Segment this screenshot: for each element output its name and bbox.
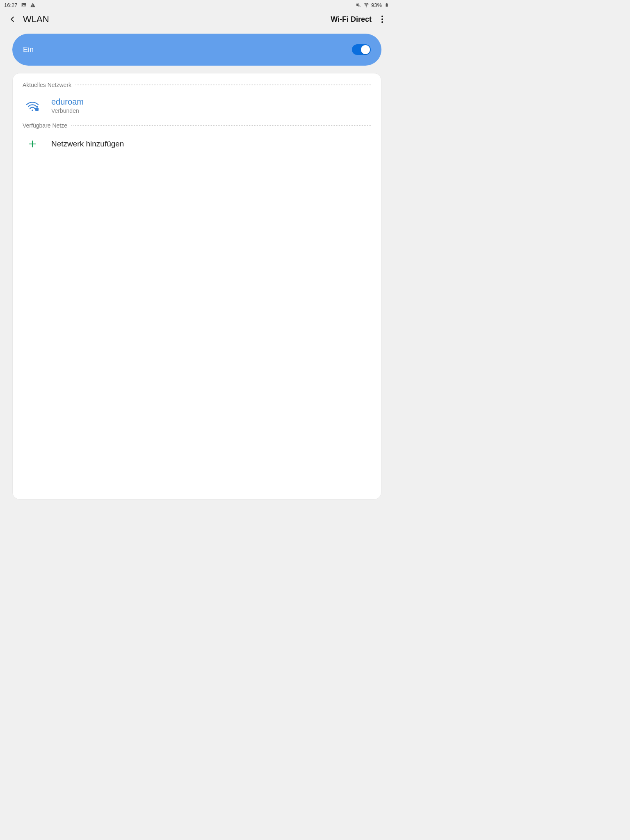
- more-menu-button[interactable]: [378, 15, 386, 23]
- add-network-row[interactable]: Netzwerk hinzufügen: [13, 134, 381, 154]
- svg-rect-7: [386, 3, 388, 4]
- mute-icon: [356, 2, 361, 8]
- network-name: eduroam: [51, 97, 84, 107]
- current-network-row[interactable]: eduroam Verbunden: [13, 93, 381, 121]
- svg-point-5: [366, 7, 366, 7]
- current-network-section-header: Aktuelles Netzwerk: [13, 82, 381, 88]
- status-time: 16:27: [4, 2, 18, 8]
- wifi-toggle-switch[interactable]: [352, 44, 371, 55]
- back-button[interactable]: [7, 14, 17, 24]
- svg-rect-2: [32, 4, 33, 5]
- svg-rect-3: [32, 6, 33, 6]
- image-icon: [21, 2, 27, 8]
- warning-icon: [30, 2, 36, 8]
- network-status: Verbunden: [51, 107, 84, 114]
- wifi-toggle-card[interactable]: Ein: [12, 34, 381, 66]
- networks-card: Aktuelles Netzwerk eduroam Verbunden Ver…: [12, 73, 381, 500]
- page-title: WLAN: [23, 14, 331, 25]
- svg-rect-9: [35, 108, 39, 111]
- add-network-label: Netzwerk hinzufügen: [42, 139, 124, 148]
- toggle-label: Ein: [23, 46, 34, 54]
- wifi-secured-icon: [23, 100, 42, 112]
- wifi-direct-button[interactable]: Wi-Fi Direct: [331, 15, 372, 24]
- svg-point-1: [22, 4, 23, 5]
- available-networks-section-header: Verfügbare Netze: [13, 122, 381, 129]
- wifi-icon: [363, 2, 369, 8]
- plus-icon: [23, 139, 42, 148]
- status-bar: 16:27 93%: [0, 0, 394, 10]
- svg-rect-6: [386, 4, 388, 7]
- battery-percent: 93%: [371, 2, 382, 8]
- app-header: WLAN Wi-Fi Direct: [0, 10, 394, 30]
- section-label: Verfügbare Netze: [23, 122, 71, 129]
- section-label: Aktuelles Netzwerk: [23, 82, 75, 88]
- svg-point-8: [32, 110, 33, 111]
- battery-icon: [384, 2, 390, 8]
